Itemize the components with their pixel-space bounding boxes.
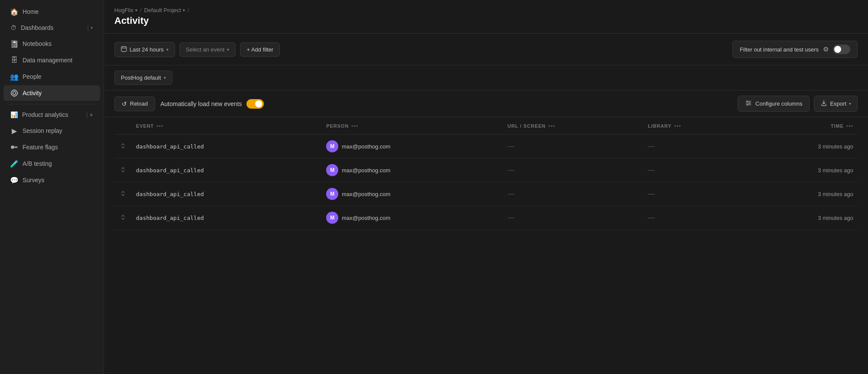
sidebar-item-label: Feature flags <box>23 144 58 151</box>
breadcrumb-chevron: ▾ <box>135 8 137 13</box>
svg-point-16 <box>749 103 750 104</box>
th-url: URL / SCREEN ••• <box>503 117 644 135</box>
url-cell: — <box>503 182 644 206</box>
gear-icon[interactable]: ⚙ <box>823 45 829 53</box>
row-expand-1[interactable] <box>114 158 132 182</box>
events-table: EVENT ••• PERSON ••• URL / SCREEN <box>114 117 858 230</box>
plus-icon[interactable]: + <box>90 111 93 118</box>
table-row[interactable]: dashboard_api_called M max@posthog.com —… <box>114 135 858 158</box>
person-cell[interactable]: M max@posthog.com <box>322 158 503 182</box>
sidebar-item-product-analytics[interactable]: 📊 Product analytics | + <box>3 107 100 122</box>
data-source-button[interactable]: PostHog default ▾ <box>114 71 172 85</box>
breadcrumb-chevron2: ▾ <box>183 8 185 13</box>
table-row[interactable]: dashboard_api_called M max@posthog.com —… <box>114 182 858 206</box>
events-table-container: EVENT ••• PERSON ••• URL / SCREEN <box>104 117 868 374</box>
export-icon <box>820 100 827 108</box>
table-row[interactable]: dashboard_api_called M max@posthog.com —… <box>114 206 858 230</box>
avatar: M <box>326 188 338 200</box>
action-bar-right: Configure columns Export ▾ <box>738 96 858 112</box>
time-cell: 3 minutes ago <box>748 182 858 206</box>
sidebar-item-notebooks[interactable]: 📓 Notebooks <box>3 36 100 52</box>
chevron-down-icon: ▾ <box>164 75 166 80</box>
url-cell: — <box>503 206 644 230</box>
library-col-options[interactable]: ••• <box>674 123 681 129</box>
chevron-down-icon: ▾ <box>166 47 168 52</box>
row-expand-3[interactable] <box>114 206 132 230</box>
auto-load-label: Automatically load new events <box>160 100 242 107</box>
data-management-icon: 🗄 <box>10 56 18 64</box>
export-chevron: ▾ <box>849 101 851 106</box>
url-col-options[interactable]: ••• <box>548 123 555 129</box>
people-icon: 👥 <box>10 73 18 81</box>
row-expand-0[interactable] <box>114 135 132 158</box>
time-range-button[interactable]: Last 24 hours ▾ <box>114 42 175 57</box>
sidebar-item-dashboards[interactable]: ⏱ Dashboards | ▾ <box>3 20 100 35</box>
sidebar-item-activity[interactable]: Activity <box>3 85 100 101</box>
select-event-button[interactable]: Select an event ▾ <box>179 42 236 57</box>
svg-rect-8 <box>121 47 126 52</box>
svg-point-17 <box>747 104 748 106</box>
th-library: LIBRARY ••• <box>644 117 748 135</box>
person-email: max@posthog.com <box>342 167 390 174</box>
main-content: HogFlix ▾ / Default Project ▾ / Activity <box>104 0 868 374</box>
library-cell: — <box>644 158 748 182</box>
action-bar: ↺ Reload Automatically load new events <box>104 90 868 117</box>
th-event: EVENT ••• <box>132 117 322 135</box>
toggle-track-on <box>246 99 264 109</box>
sidebar-item-home[interactable]: 🏠 Home <box>3 4 100 19</box>
th-time: TIME ••• <box>748 117 858 135</box>
sidebar-divider <box>7 104 97 104</box>
add-filter-button[interactable]: + Add filter <box>240 42 280 57</box>
chevron-down-icon: ▾ <box>91 25 93 31</box>
filter-users-toggle[interactable] <box>833 45 850 54</box>
sidebar: 🏠 Home ⏱ Dashboards | ▾ 📓 Notebooks 🗄 Da… <box>0 0 104 374</box>
session-replay-icon: ▶ <box>10 127 18 135</box>
person-cell[interactable]: M max@posthog.com <box>322 182 503 206</box>
th-expand <box>114 117 132 135</box>
avatar: M <box>326 164 338 176</box>
sidebar-item-data-management[interactable]: 🗄 Data management <box>3 52 100 68</box>
url-cell: — <box>503 158 644 182</box>
export-button[interactable]: Export ▾ <box>814 96 858 112</box>
table-row[interactable]: dashboard_api_called M max@posthog.com —… <box>114 158 858 182</box>
table-header-row: EVENT ••• PERSON ••• URL / SCREEN <box>114 117 858 135</box>
time-col-options[interactable]: ••• <box>846 123 853 129</box>
sidebar-item-session-replay[interactable]: ▶ Session replay <box>3 123 100 139</box>
event-cell: dashboard_api_called <box>132 182 322 206</box>
sidebar-item-label: Product analytics <box>22 111 68 118</box>
svg-point-0 <box>11 90 17 96</box>
sidebar-item-label: Session replay <box>23 127 62 134</box>
breadcrumb-project[interactable]: Default Project ▾ <box>144 7 185 13</box>
event-cell: dashboard_api_called <box>132 158 322 182</box>
sidebar-item-feature-flags[interactable]: Feature flags <box>3 139 100 155</box>
toggle-thumb <box>834 46 841 53</box>
data-source-label: PostHog default <box>121 74 161 81</box>
sidebar-item-label: Surveys <box>23 177 45 184</box>
auto-load-toggle[interactable] <box>246 99 264 109</box>
breadcrumb-sep1: / <box>140 7 142 13</box>
sidebar-item-surveys[interactable]: 💬 Surveys <box>3 172 100 188</box>
sidebar-item-label: Notebooks <box>23 40 52 47</box>
row-expand-2[interactable] <box>114 182 132 206</box>
sidebar-item-ab-testing[interactable]: 🧪 A/B testing <box>3 156 100 171</box>
configure-columns-label: Configure columns <box>755 100 802 107</box>
sidebar-item-label: Activity <box>23 90 42 97</box>
time-cell: 3 minutes ago <box>748 135 858 158</box>
sidebar-item-label: Data management <box>23 57 72 64</box>
person-cell[interactable]: M max@posthog.com <box>322 135 503 158</box>
svg-point-15 <box>747 101 748 102</box>
person-email: max@posthog.com <box>342 143 390 150</box>
breadcrumb-org[interactable]: HogFlix ▾ <box>114 7 137 13</box>
time-range-label: Last 24 hours <box>130 46 164 53</box>
library-cell: — <box>644 182 748 206</box>
reload-button[interactable]: ↺ Reload <box>114 97 155 111</box>
person-cell[interactable]: M max@posthog.com <box>322 206 503 230</box>
configure-columns-button[interactable]: Configure columns <box>738 96 810 112</box>
calendar-icon <box>121 46 127 53</box>
home-icon: 🏠 <box>10 8 18 16</box>
pipe-divider: | <box>86 111 88 118</box>
sidebar-item-people[interactable]: 👥 People <box>3 69 100 84</box>
person-col-options[interactable]: ••• <box>351 123 358 129</box>
export-label: Export <box>830 100 846 107</box>
event-col-options[interactable]: ••• <box>156 123 163 129</box>
